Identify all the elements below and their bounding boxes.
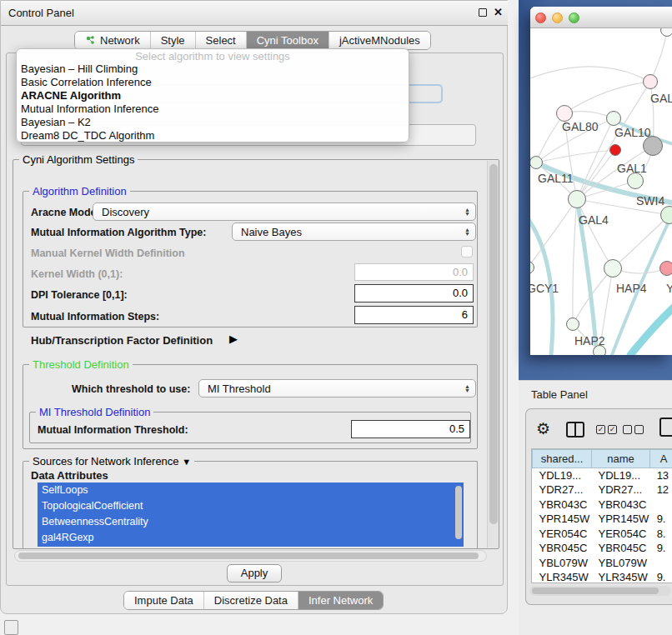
- panel-divider[interactable]: [508, 0, 519, 635]
- node-label: Y: [666, 282, 672, 295]
- tab-label: jActiveMNodules: [339, 34, 420, 47]
- settings-vertical-scrollbar[interactable]: [487, 161, 499, 548]
- column-header[interactable]: shared...: [533, 450, 592, 468]
- tab-network[interactable]: Network: [75, 32, 151, 49]
- attribute-item-selected[interactable]: TopologicalCoefficient: [38, 498, 464, 514]
- node-label: GAL: [650, 92, 672, 105]
- table-cell: 12: [650, 482, 672, 498]
- minimize-traffic-light-icon[interactable]: [552, 12, 563, 23]
- network-node-gal1[interactable]: [627, 172, 644, 189]
- table-cell: YBR045C: [591, 541, 649, 556]
- aracne-mode-select[interactable]: Discovery ▲▼: [93, 202, 476, 221]
- bottom-tabs: Impute DataDiscretize DataInfer Network: [123, 591, 384, 610]
- algorithm-option[interactable]: Basic Correlation Inference: [17, 76, 409, 89]
- which-threshold-select[interactable]: MI Threshold ▲▼: [198, 379, 476, 398]
- table-row[interactable]: YER054CYER054C8.: [533, 527, 672, 542]
- algorithm-option[interactable]: Bayesian – K2: [17, 116, 409, 129]
- mi-steps-field[interactable]: 6: [354, 306, 474, 324]
- table-row[interactable]: YBL079WYBL079W: [533, 556, 672, 571]
- network-node[interactable]: [643, 136, 663, 156]
- tab-jactivemnodules[interactable]: jActiveMNodules: [329, 32, 430, 49]
- scrollbar-thumb[interactable]: [18, 552, 479, 559]
- manual-kernel-checkbox[interactable]: [461, 246, 473, 258]
- control-panel: Control Panel ✕ NetworkStyleSelectCyni T…: [0, 0, 508, 614]
- node-label: GAL11: [538, 172, 574, 185]
- attribute-item-selected[interactable]: SelfLoops: [38, 482, 464, 498]
- select-all-icon[interactable]: ✓ ✓: [596, 425, 617, 434]
- network-canvas[interactable]: GALGAL80GAL10GAL1GAL11SWI4GAL4GCY1HAP4YH…: [530, 28, 672, 355]
- network-node-gal4[interactable]: [568, 190, 586, 208]
- scrollbar-thumb[interactable]: [489, 164, 498, 524]
- apply-button[interactable]: Apply: [227, 564, 282, 582]
- node-table[interactable]: shared...nameAYDL19...YDL19...13YDR27...…: [531, 448, 672, 583]
- settings-horizontal-scrollbar[interactable]: [14, 550, 487, 562]
- node-label: GAL1: [617, 162, 647, 175]
- network-view-window[interactable]: GALGAL80GAL10GAL1GAL11SWI4GAL4GCY1HAP4YH…: [530, 7, 672, 355]
- collapse-arrow-icon[interactable]: ▼: [182, 457, 191, 467]
- table-cell: 9.: [650, 512, 672, 527]
- table-row[interactable]: YDR27...YDR27...12: [533, 482, 672, 498]
- checked-checkbox-icon: ✓: [608, 425, 617, 434]
- tab-impute-data[interactable]: Impute Data: [124, 592, 204, 609]
- deselect-all-icon[interactable]: [623, 425, 644, 434]
- network-node-gal80[interactable]: [556, 105, 573, 122]
- aracne-mode-value: Discovery: [102, 206, 149, 218]
- table-row[interactable]: YBR043CYBR043C: [533, 498, 672, 512]
- attribute-item-selected[interactable]: BetweennessCentrality: [38, 514, 464, 530]
- tab-label: Discretize Data: [214, 594, 288, 607]
- table-horizontal-scrollbar[interactable]: [529, 586, 671, 596]
- hub-expand-arrow-icon[interactable]: ▶: [229, 332, 238, 345]
- column-header[interactable]: name: [591, 450, 649, 468]
- panel-title: Control Panel: [8, 7, 74, 19]
- mi-type-select[interactable]: Naive Bayes ▲▼: [232, 222, 476, 241]
- network-node-hap4[interactable]: [604, 259, 622, 278]
- tab-select[interactable]: Select: [196, 32, 247, 49]
- column-layout-icon[interactable]: [566, 422, 584, 438]
- mi-type-value: Naive Bayes: [241, 226, 302, 238]
- kernel-width-field[interactable]: 0.0: [354, 263, 474, 281]
- algorithm-option[interactable]: ARACNE Algorithm: [17, 89, 409, 102]
- restore-panel-icon[interactable]: [4, 620, 18, 635]
- close-icon[interactable]: ✕: [494, 6, 503, 18]
- mi-threshold-field[interactable]: 0.5: [351, 420, 470, 438]
- mi-type-label: Mutual Information Algorithm Type:: [31, 227, 206, 238]
- function-builder-icon[interactable]: [659, 418, 672, 437]
- network-node-hap2[interactable]: [566, 318, 579, 331]
- tab-label: Style: [161, 34, 185, 47]
- table-row[interactable]: YDL19...YDL19...13: [533, 468, 672, 483]
- table-panel-title: Table Panel: [531, 388, 588, 401]
- stepper-arrows-icon: ▲▼: [464, 228, 470, 236]
- gear-icon[interactable]: ⚙: [536, 419, 550, 438]
- data-attributes-list[interactable]: SelfLoopsTopologicalCoefficientBetweenne…: [38, 482, 464, 547]
- attributes-scrollbar-thumb[interactable]: [455, 486, 462, 539]
- tab-label: Cyni Toolbox: [257, 34, 318, 47]
- algorithm-option[interactable]: Dream8 DC_TDC Algorithm: [17, 129, 409, 142]
- network-node[interactable]: [593, 345, 606, 355]
- tab-label: Infer Network: [308, 594, 373, 607]
- network-node-gal10[interactable]: [606, 111, 621, 126]
- algorithm-option[interactable]: Bayesian – Hill Climbing: [17, 62, 409, 76]
- dpi-tolerance-field[interactable]: 0.0: [354, 284, 474, 302]
- tab-discretize-data[interactable]: Discretize Data: [204, 592, 298, 609]
- node-label: SWI4: [636, 194, 664, 208]
- column-header[interactable]: A: [650, 450, 672, 468]
- float-window-icon[interactable]: [479, 8, 487, 17]
- network-node-y[interactable]: [659, 261, 672, 276]
- tab-style[interactable]: Style: [151, 32, 196, 49]
- network-node[interactable]: [609, 144, 621, 156]
- which-threshold-label: Which threshold to use:: [72, 383, 190, 395]
- network-node-gal[interactable]: [643, 74, 658, 89]
- table-row[interactable]: YPR145WYPR145W9.: [533, 512, 672, 527]
- table-row[interactable]: YBR045CYBR045C9.: [533, 541, 672, 556]
- close-traffic-light-icon[interactable]: [535, 12, 546, 23]
- tab-cyni-toolbox[interactable]: Cyni Toolbox: [247, 32, 329, 49]
- algorithm-option[interactable]: Mutual Information Inference: [17, 102, 409, 116]
- zoom-traffic-light-icon[interactable]: [569, 12, 579, 23]
- table-row[interactable]: YLR345WYLR345W9.: [533, 570, 672, 583]
- tab-label: Select: [206, 34, 236, 47]
- tab-infer-network[interactable]: Infer Network: [298, 592, 383, 609]
- scrollbar-thumb[interactable]: [532, 588, 659, 594]
- attribute-item-selected[interactable]: gal4RGexp: [38, 530, 464, 546]
- network-window-titlebar[interactable]: [530, 7, 672, 28]
- table-cell: 13: [650, 468, 672, 483]
